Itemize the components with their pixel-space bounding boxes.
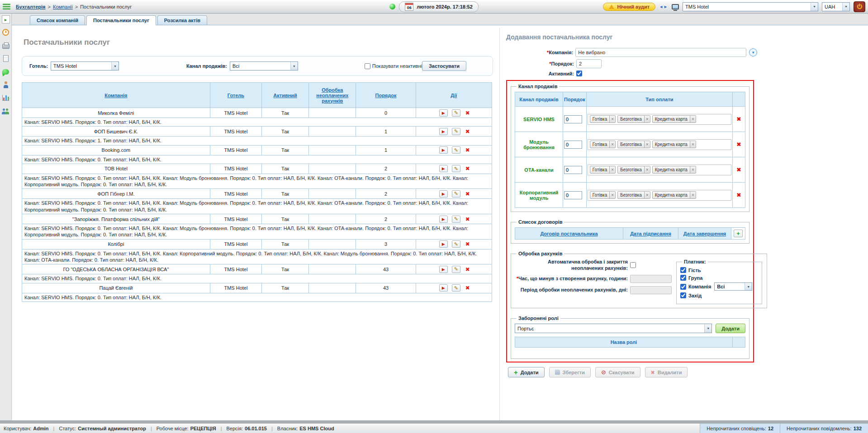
channel-order-input[interactable] bbox=[564, 166, 582, 174]
tab-acts-mailing[interactable]: Розсилка актів bbox=[157, 15, 207, 25]
sort-processing-link[interactable]: Обробка неоплачених рахунків bbox=[316, 87, 348, 104]
channel-order-input[interactable] bbox=[564, 115, 582, 123]
tab-service-providers[interactable]: Постачальники послуг bbox=[86, 15, 156, 25]
delete-icon[interactable] bbox=[465, 285, 470, 291]
remove-payment-icon[interactable] bbox=[690, 192, 696, 198]
add-provider-button[interactable]: Додати bbox=[508, 367, 545, 377]
night-audit-button[interactable]: Нічний аудит bbox=[603, 3, 655, 11]
remove-payment-icon[interactable] bbox=[609, 166, 615, 173]
provider-row[interactable]: ФОП Бишевич Є.К. TMS Hotel Так 1 bbox=[22, 127, 492, 136]
payer-company-checkbox[interactable] bbox=[680, 284, 686, 290]
remove-payment-icon[interactable] bbox=[609, 116, 615, 122]
remove-payment-icon[interactable] bbox=[609, 141, 615, 148]
remove-payment-icon[interactable] bbox=[690, 116, 696, 122]
date-widget[interactable]: 06 лютого 2024р. 17:18:52 bbox=[399, 1, 479, 12]
payment-tagbox[interactable]: ГотівкаБезготівкаКредитна карта bbox=[588, 139, 731, 150]
sort-active-link[interactable]: Активний bbox=[273, 93, 297, 98]
remove-payment-icon[interactable] bbox=[644, 166, 650, 173]
show-inactive-checkbox[interactable] bbox=[365, 63, 370, 69]
sort-signed-link[interactable]: Дата підписання bbox=[630, 231, 671, 236]
edit-icon[interactable] bbox=[452, 190, 460, 198]
provider-row[interactable]: ТОВ Hotel TMS Hotel Так 2 bbox=[22, 164, 492, 174]
remove-channel-icon[interactable] bbox=[736, 117, 741, 122]
channel-order-input[interactable] bbox=[564, 191, 582, 199]
notifications-badge[interactable]: Непрочитаних сповіщень:12 bbox=[700, 424, 780, 433]
delete-icon[interactable] bbox=[465, 266, 470, 273]
menu-icon[interactable] bbox=[3, 4, 10, 9]
sort-company-link[interactable]: Компанія bbox=[104, 93, 127, 98]
toolbar-print-button[interactable] bbox=[1, 41, 10, 50]
open-icon[interactable] bbox=[439, 109, 448, 117]
provider-row[interactable]: ГО "ОДЕСЬКА ОБЛАСНА ОРГАНІЗАЦІЯ ВСА" TMS… bbox=[22, 264, 492, 274]
remove-payment-icon[interactable] bbox=[690, 141, 696, 148]
provider-row[interactable]: ФОП Гібнер І.М. TMS Hotel Так 2 bbox=[22, 189, 492, 199]
edit-icon[interactable] bbox=[452, 216, 460, 223]
payer-company-select[interactable]: Всі bbox=[714, 282, 752, 291]
provider-row[interactable]: Миколка Фемілі TMS Hotel Так 0 bbox=[22, 108, 492, 118]
edit-icon[interactable] bbox=[452, 109, 460, 117]
breadcrumb-companies[interactable]: Компанії bbox=[53, 4, 73, 9]
add-role-button[interactable]: Додати bbox=[716, 324, 745, 333]
provider-row[interactable]: "Запоріжжя. Платформа спільних дій" TMS … bbox=[22, 214, 492, 224]
delete-icon[interactable] bbox=[465, 128, 470, 135]
logout-button[interactable] bbox=[854, 1, 865, 12]
company-field[interactable] bbox=[575, 48, 746, 57]
apply-button[interactable]: Застосувати bbox=[422, 61, 466, 71]
currency-select[interactable]: UAH bbox=[822, 2, 850, 11]
company-picker-icon[interactable] bbox=[749, 48, 757, 56]
active-checkbox[interactable] bbox=[576, 71, 582, 76]
role-select[interactable]: Портьє bbox=[515, 324, 712, 333]
delete-icon[interactable] bbox=[465, 147, 470, 153]
monitor-icon[interactable] bbox=[672, 4, 679, 9]
auto-processing-checkbox[interactable] bbox=[630, 262, 636, 268]
remove-payment-icon[interactable] bbox=[644, 116, 650, 122]
open-icon[interactable] bbox=[439, 284, 448, 292]
remove-payment-icon[interactable] bbox=[644, 141, 650, 148]
messages-badge[interactable]: Непрочитаних повідомлень:132 bbox=[780, 424, 868, 433]
open-icon[interactable] bbox=[439, 146, 448, 154]
open-icon[interactable] bbox=[439, 240, 448, 248]
edit-icon[interactable] bbox=[452, 165, 460, 172]
breadcrumb-accounting[interactable]: Бухгалтерія bbox=[16, 4, 46, 9]
provider-row[interactable]: Пацай Євгеній TMS Hotel Так 43 bbox=[22, 283, 492, 293]
payer-group-checkbox[interactable] bbox=[680, 275, 686, 281]
delete-icon[interactable] bbox=[465, 110, 470, 116]
delete-icon[interactable] bbox=[465, 241, 470, 247]
edit-icon[interactable] bbox=[452, 146, 460, 154]
edit-icon[interactable] bbox=[452, 284, 460, 292]
open-icon[interactable] bbox=[439, 266, 448, 273]
remove-payment-icon[interactable] bbox=[690, 166, 696, 173]
toolbar-chat-button[interactable] bbox=[1, 67, 10, 76]
edit-icon[interactable] bbox=[452, 240, 460, 248]
provider-row[interactable]: Booking.com TMS Hotel Так 1 bbox=[22, 145, 492, 155]
remove-channel-icon[interactable] bbox=[736, 167, 741, 173]
delete-icon[interactable] bbox=[465, 165, 470, 172]
delete-icon[interactable] bbox=[465, 191, 470, 197]
toolbar-cashier-button[interactable] bbox=[1, 80, 10, 89]
expand-sidebar-button[interactable] bbox=[2, 15, 10, 24]
sort-ended-link[interactable]: Дата завершення bbox=[683, 231, 726, 236]
remove-channel-icon[interactable] bbox=[736, 142, 741, 147]
open-icon[interactable] bbox=[439, 128, 448, 135]
toolbar-reports-button[interactable] bbox=[1, 94, 10, 102]
delete-icon[interactable] bbox=[465, 216, 470, 222]
payer-event-checkbox[interactable] bbox=[680, 292, 686, 298]
edit-icon[interactable] bbox=[452, 128, 460, 135]
remove-payment-icon[interactable] bbox=[644, 192, 650, 198]
edit-icon[interactable] bbox=[452, 266, 460, 273]
open-icon[interactable] bbox=[439, 190, 448, 198]
sort-hotel-link[interactable]: Готель bbox=[228, 93, 244, 98]
provider-row[interactable]: Колібрі TMS Hotel Так 3 bbox=[22, 239, 492, 249]
add-contract-icon[interactable] bbox=[734, 230, 743, 237]
toolbar-history-button[interactable] bbox=[1, 28, 10, 37]
tab-company-list[interactable]: Список компаній bbox=[30, 15, 85, 25]
arrows-icon[interactable] bbox=[659, 5, 668, 9]
toolbar-users-button[interactable] bbox=[1, 107, 10, 115]
order-field[interactable] bbox=[576, 59, 602, 68]
hotel-select[interactable]: TMS Hotel bbox=[683, 2, 818, 11]
open-icon[interactable] bbox=[439, 216, 448, 223]
payment-tagbox[interactable]: ГотівкаБезготівкаКредитна карта bbox=[588, 114, 731, 125]
hotel-filter-select[interactable]: TMS Hotel bbox=[51, 61, 119, 71]
remove-channel-icon[interactable] bbox=[736, 193, 741, 198]
remove-payment-icon[interactable] bbox=[609, 192, 615, 198]
